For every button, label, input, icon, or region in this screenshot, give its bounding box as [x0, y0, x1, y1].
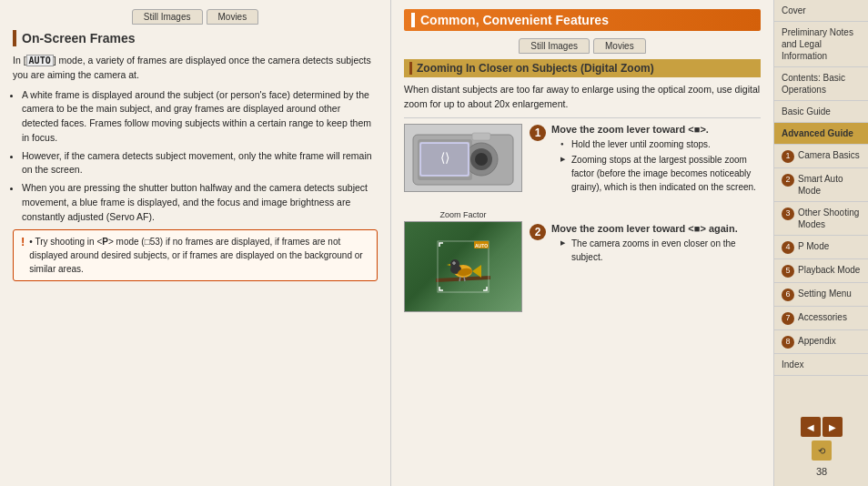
- sidebar-label-smart-auto: Smart Auto Mode: [798, 173, 862, 197]
- note-box: ! • Try shooting in <P> mode (□53) if no…: [13, 229, 378, 281]
- svg-line-19: [464, 277, 465, 281]
- bullet-list: A white frame is displayed around the su…: [13, 88, 378, 225]
- step1-bullet-1: Hold the lever until zooming stops.: [560, 137, 761, 151]
- sidebar-item-preliminary[interactable]: Preliminary Notes and Legal Information: [774, 22, 868, 67]
- step2-container: 2 Move the zoom lever toward <■> again. …: [530, 210, 761, 273]
- left-intro: In [AUTO] mode, a variety of frames are …: [13, 54, 378, 83]
- svg-line-9: [436, 278, 490, 280]
- home-button[interactable]: ⟲: [812, 440, 832, 461]
- step1-bullets: Hold the lever until zooming stops. Zoom…: [551, 137, 761, 194]
- sidebar-item-p-mode[interactable]: 4 P Mode: [774, 236, 868, 259]
- svg-point-14: [453, 262, 455, 264]
- right-title-bar-decoration: [411, 13, 415, 27]
- sidebar-num-7: 7: [782, 312, 794, 325]
- step2-bullet-1: The camera zooms in even closer on the s…: [560, 237, 761, 264]
- subsection-title: Zooming In Closer on Subjects (Digital Z…: [404, 59, 761, 77]
- sidebar-label-camera-basics: Camera Basics: [798, 149, 860, 161]
- sidebar-item-index[interactable]: Index: [774, 354, 868, 376]
- svg-text:AUTO: AUTO: [475, 243, 488, 248]
- right-main-title-bar: Common, Convenient Features: [404, 9, 761, 31]
- bird-svg: AUTO: [436, 239, 490, 294]
- svg-rect-5: [472, 133, 490, 140]
- tab-movies-left[interactable]: Movies: [207, 9, 259, 25]
- bullet-1: A white frame is displayed around the su…: [22, 88, 378, 146]
- auto-keyword: AUTO: [26, 55, 54, 66]
- zoom-factor-label: Zoom Factor: [439, 210, 486, 219]
- sidebar-item-playback-mode[interactable]: 5 Playback Mode: [774, 259, 868, 283]
- sidebar-num-3: 3: [782, 208, 794, 220]
- sidebar-num-5: 5: [782, 265, 794, 278]
- step2-bullets: The camera zooms in even closer on the s…: [551, 237, 761, 264]
- sidebar-label-playback-mode: Playback Mode: [798, 264, 860, 276]
- sidebar-item-basic-guide[interactable]: Basic Guide: [774, 101, 868, 123]
- camera-svg: ⟨⟩: [409, 126, 518, 189]
- subsection-heading: Zooming In Closer on Subjects (Digital Z…: [417, 62, 654, 75]
- zoom-image-area: Zoom Factor: [404, 210, 522, 312]
- sidebar-label-accessories: Accessories: [798, 311, 847, 323]
- next-button[interactable]: ▶: [823, 417, 843, 437]
- sidebar-num-2: 2: [782, 174, 794, 187]
- sidebar-item-contents[interactable]: Contents: Basic Operations: [774, 67, 868, 101]
- sidebar: Cover Preliminary Notes and Legal Inform…: [773, 0, 868, 486]
- step1-number: 1: [530, 125, 546, 141]
- right-intro: When distant subjects are too far away t…: [404, 83, 761, 112]
- sidebar-item-other-shooting[interactable]: 3 Other Shooting Modes: [774, 202, 868, 236]
- svg-line-18: [459, 277, 460, 281]
- bullet-2: However, if the camera detects subject m…: [22, 149, 378, 178]
- page-number: 38: [812, 464, 831, 479]
- sidebar-label-other-shooting: Other Shooting Modes: [798, 207, 862, 230]
- tab-still-images-right[interactable]: Still Images: [519, 38, 590, 54]
- svg-point-4: [475, 153, 488, 166]
- sidebar-item-smart-auto[interactable]: 2 Smart Auto Mode: [774, 168, 868, 202]
- subsection-bar-decoration: [409, 62, 412, 75]
- sidebar-item-accessories[interactable]: 7 Accessories: [774, 307, 868, 330]
- sidebar-num-1: 1: [782, 150, 794, 163]
- svg-text:⟨⟩: ⟨⟩: [440, 150, 449, 165]
- sidebar-label-p-mode: P Mode: [798, 240, 829, 252]
- sidebar-bottom: ◀ ▶ ⟲ 38: [774, 410, 868, 486]
- sidebar-item-advanced-guide[interactable]: Advanced Guide: [774, 123, 868, 145]
- tab-movies-right[interactable]: Movies: [593, 38, 646, 54]
- warning-icon: !: [21, 235, 25, 250]
- tab-still-images-left[interactable]: Still Images: [132, 9, 203, 25]
- step1-content: Move the zoom lever toward <■>. Hold the…: [551, 124, 761, 196]
- step2-title: Move the zoom lever toward <■> again.: [551, 223, 761, 234]
- sidebar-item-camera-basics[interactable]: 1 Camera Basics: [774, 145, 868, 168]
- step2-number: 2: [530, 224, 546, 240]
- sidebar-item-cover[interactable]: Cover: [774, 0, 868, 22]
- step2-content: Move the zoom lever toward <■> again. Th…: [551, 223, 761, 266]
- left-section-title: On-Screen Frames: [13, 30, 378, 46]
- right-main-title: Common, Convenient Features: [420, 13, 609, 27]
- sidebar-num-8: 8: [782, 336, 794, 349]
- images-row: ⟨⟩ 1 Move the zoom lever toward <■>. Hol…: [404, 124, 761, 203]
- sidebar-item-appendix[interactable]: 8 Appendix: [774, 330, 868, 354]
- images-row-2: Zoom Factor: [404, 210, 761, 312]
- sidebar-num-6: 6: [782, 289, 794, 301]
- nav-buttons: ◀ ▶: [801, 417, 843, 437]
- right-panel: Common, Convenient Features Still Images…: [391, 0, 773, 486]
- bullet-3: When you are pressing the shutter button…: [22, 181, 378, 224]
- main-content: Still Images Movies On-Screen Frames In …: [0, 0, 868, 486]
- left-tab-row: Still Images Movies: [13, 9, 378, 25]
- bird-image: AUTO: [404, 221, 522, 312]
- note-text: • Try shooting in <P> mode (□53) if no f…: [29, 235, 369, 276]
- sidebar-label-setting-menu: Setting Menu: [798, 288, 852, 299]
- sidebar-item-setting-menu[interactable]: 6 Setting Menu: [774, 283, 868, 307]
- title-bar-decoration: [13, 30, 16, 46]
- camera-image: ⟨⟩: [404, 124, 522, 192]
- sidebar-num-4: 4: [782, 241, 794, 254]
- left-panel: Still Images Movies On-Screen Frames In …: [0, 0, 391, 486]
- sidebar-label-appendix: Appendix: [798, 335, 836, 347]
- divider: [404, 117, 761, 118]
- step-2: 2 Move the zoom lever toward <■> again. …: [530, 223, 761, 266]
- step1-title: Move the zoom lever toward <■>.: [551, 124, 761, 135]
- svg-marker-15: [447, 264, 450, 266]
- svg-marker-16: [472, 265, 481, 278]
- step1-bullet-2: Zooming stops at the largest possible zo…: [560, 153, 761, 194]
- left-title: On-Screen Frames: [22, 31, 136, 46]
- step1-container: 1 Move the zoom lever toward <■>. Hold t…: [530, 124, 761, 203]
- prev-button[interactable]: ◀: [801, 417, 821, 437]
- right-tab-row: Still Images Movies: [404, 38, 761, 54]
- step-1: 1 Move the zoom lever toward <■>. Hold t…: [530, 124, 761, 196]
